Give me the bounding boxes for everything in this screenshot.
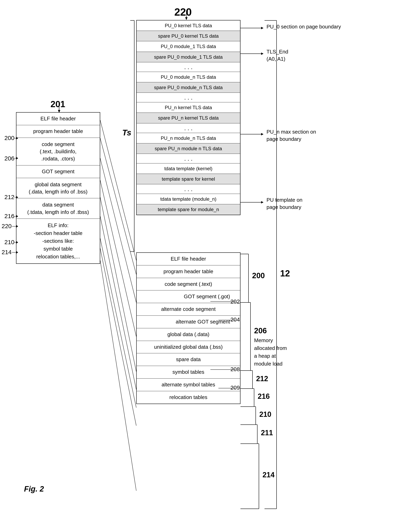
label-memory-desc: Memoryallocated froma heap atmodule load [254,336,287,368]
right-cell-alt-got: alternate GOT segment [137,316,240,328]
label-216-left: 216 [4,213,14,219]
left-elf-box: ELF file header program header table cod… [16,112,100,264]
label-202: 202 [230,298,240,305]
left-cell-code-seg: code segment(.text, .buildinfo,.rodata, … [16,138,100,165]
left-cell-elf-header: ELF file header [16,113,100,125]
svg-line-42 [100,180,136,336]
label-220-top: 220 [174,6,192,18]
label-210-right: 210 [259,410,271,419]
right-cell-symbol: symbol tables [137,366,240,379]
tls-cell-spare-modn: template spare for module_n [137,204,240,215]
label-214-left: 214 [2,249,12,256]
left-cell-global-data: global data segment(.data, length info o… [16,178,100,199]
svg-line-39 [100,120,136,260]
label-216-right: 216 [258,392,270,401]
label-206-right: 206 [254,326,267,335]
svg-line-40 [100,138,136,275]
tls-cell-spare-pu0-modn: spare PU_0 module_n TLS data [137,82,240,93]
label-212-left: 212 [4,194,14,200]
right-cell-uninit: uninitialized global data (.bss) [137,341,240,353]
tls-cell-pun-kernel: PU_n kernel TLS data [137,102,240,113]
right-cell-reloc: relocation tables [137,391,240,404]
label-200-right: 200 [252,271,265,280]
label-pu-template: PU template onpage boundary [266,196,303,211]
left-cell-data-seg: data segment(.tdata, length info of .tbs… [16,198,100,219]
tls-cell-spare-pun-modn: spare PU_n module n TLS data [137,143,240,154]
tls-dots-5: . . . [137,184,240,194]
label-pu0-section: PU_0 section on page boundary [266,23,341,30]
top-tls-box: PU_0 kernel TLS data spare PU_0 kernel T… [136,20,241,215]
label-210-left: 210 [4,239,14,246]
tls-dots-4: . . . [137,154,240,163]
left-cell-prog-header: program header table [16,125,100,138]
svg-marker-15 [261,133,264,135]
tls-cell-spare-pu0-kernel: spare PU_0 kernel TLS data [137,31,240,41]
tls-cell-pu0-modn: PU_0 module_n TLS data [137,72,240,82]
left-cell-elf-info: ELF info:-section header table-sections … [16,219,100,263]
label-200-left: 200 [4,135,14,142]
svg-line-44 [100,216,136,390]
left-cell-got: GOT segment [16,165,100,178]
svg-marker-13 [261,52,264,55]
svg-line-41 [100,158,136,303]
tls-cell-pun-modn: PU_n module_n TLS data [137,133,240,143]
tls-cell-tdata-modn: tdata template (module_n) [137,194,240,204]
label-208: 208 [230,366,240,372]
label-tls-end: TLS_End(A0, A1) [266,48,288,63]
label-204: 204 [230,316,240,323]
label-214-right: 214 [263,471,274,479]
label-206-left: 206 [4,155,14,162]
fig-label: Fig. 2 [24,485,44,493]
tls-cell-spare-pu0-mod1: spare PU_0 module_1 TLS data [137,52,240,62]
right-cell-prog-header: program header table [137,266,240,278]
svg-line-47 [100,260,136,491]
diagram: 220 PU_0 kernel TLS data spare PU_0 kern… [0,0,410,532]
right-mem-box: ELF file header program header table cod… [136,252,241,404]
tls-dots-2: . . . [137,93,240,102]
svg-line-45 [100,238,136,408]
label-pun-max: PU_n max section onpage boundary [266,128,316,143]
right-cell-elf-header: ELF file header [137,253,240,266]
tls-cell-spare-pun-kernel: spare PU_n kernel TLS data [137,113,240,123]
tls-cell-pu0-mod1: PU_0 module_1 TLS data [137,41,240,52]
tls-cell-spare-kernel: template spare for kernel [137,174,240,184]
label-201: 201 [50,99,65,109]
tls-cell-pu0-kernel: PU_0 kernel TLS data [137,20,240,31]
label-12: 12 [280,268,290,278]
svg-line-43 [100,197,136,371]
tls-dots-3: . . . [137,124,240,133]
ts-label: Ts [122,128,131,137]
svg-line-46 [100,248,136,426]
tls-cell-tdata-kernel: tdata template (kernel) [137,163,240,174]
tls-dots-1: . . . [137,62,240,72]
right-cell-code-seg: code segment (.text) [137,278,240,291]
right-cell-spare: spare data [137,353,240,366]
svg-marker-11 [261,27,264,29]
right-cell-alt-code: alternate code segment [137,303,240,316]
label-209: 209 [230,385,240,391]
right-cell-global-data: global data (.data) [137,328,240,341]
svg-marker-17 [261,201,264,203]
label-220-left: 220 [2,223,12,229]
right-cell-got: GOT segment (.got) [137,290,240,303]
label-212-right: 212 [256,375,268,383]
label-211: 211 [261,429,273,437]
right-cell-alt-symbol: alternate symbol tables [137,379,240,391]
